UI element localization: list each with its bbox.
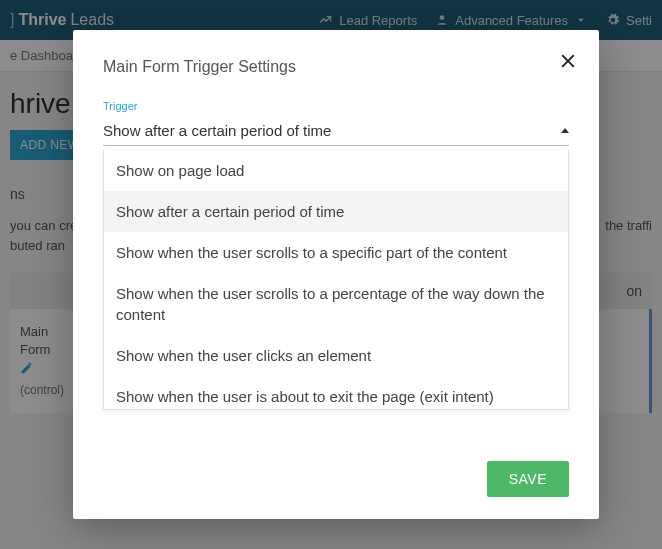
trigger-option[interactable]: Show when the user scrolls to a specific… — [104, 232, 568, 273]
caret-up-icon — [561, 128, 569, 133]
trigger-select-value: Show after a certain period of time — [103, 122, 331, 139]
trigger-option[interactable]: Show when the user clicks an element — [104, 335, 568, 376]
trigger-option[interactable]: Show on page load — [104, 150, 568, 191]
trigger-settings-modal: Main Form Trigger Settings Trigger Show … — [73, 30, 599, 519]
close-button[interactable] — [555, 48, 581, 74]
trigger-select[interactable]: Show after a certain period of time — [103, 116, 569, 146]
trigger-field-label: Trigger — [103, 100, 569, 112]
save-button[interactable]: SAVE — [487, 461, 569, 497]
modal-footer: SAVE — [103, 443, 569, 497]
trigger-option[interactable]: Show when the user is about to exit the … — [104, 376, 568, 410]
modal-title: Main Form Trigger Settings — [103, 58, 569, 76]
close-icon — [558, 51, 578, 71]
trigger-dropdown: Show on page loadShow after a certain pe… — [103, 150, 569, 410]
trigger-option[interactable]: Show when the user scrolls to a percenta… — [104, 273, 568, 335]
trigger-option[interactable]: Show after a certain period of time — [104, 191, 568, 232]
